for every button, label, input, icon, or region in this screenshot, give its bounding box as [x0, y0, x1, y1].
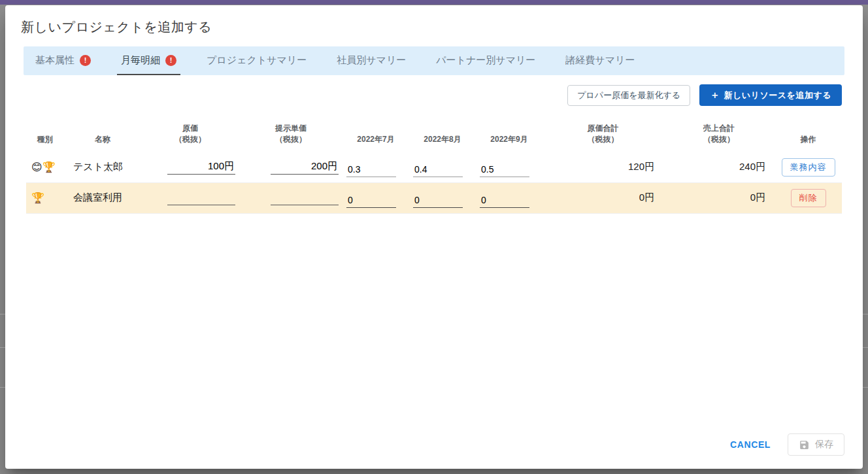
add-project-modal: 新しいプロジェクトを追加する 基本属性 ! 月毎明細 ! プロジェクトサマリー … [5, 5, 863, 469]
save-button[interactable]: 保存 [788, 433, 844, 456]
modal-footer: CANCEL 保存 [5, 423, 863, 469]
refresh-proper-cost-button[interactable]: プロパー原価を最新化する [567, 85, 690, 106]
cost-total-value: 0円 [542, 182, 663, 213]
month-2022-09-input[interactable] [480, 194, 529, 208]
cost-total-value: 120円 [542, 152, 663, 183]
save-floppy-icon [799, 439, 810, 450]
col-header-sales-total: 売上合計（税抜） [663, 119, 775, 152]
tab-project-summary[interactable]: プロジェクトサマリー [203, 46, 310, 75]
tab-basic-attributes[interactable]: 基本属性 ! [31, 46, 95, 75]
month-2022-07-cell [342, 182, 409, 213]
tab-partner-summary[interactable]: パートナー別サマリー [432, 46, 539, 75]
sales-total-value: 0円 [663, 182, 775, 213]
monthly-detail-table: 種別 名称 原価（税抜） 提示単価（税抜） 2022年7月 2022年8月 20… [26, 119, 842, 214]
col-header-type: 種別 [26, 119, 64, 152]
col-header-2022-09: 2022年9月 [476, 119, 542, 152]
tab-label: 社員別サマリー [337, 54, 406, 67]
save-label: 保存 [815, 439, 833, 450]
month-2022-07-cell [342, 152, 409, 183]
unit-price-input[interactable] [271, 190, 339, 205]
resource-type-icon: 😊🏆 [26, 152, 64, 183]
modal-title: 新しいプロジェクトを追加する [5, 5, 863, 46]
unit-price-cell [239, 182, 342, 213]
add-resource-button[interactable]: ＋ 新しいリソースを追加する [699, 84, 842, 106]
tab-label: 諸経費サマリー [565, 54, 635, 67]
app-header-bar [0, 0, 868, 5]
tab-label: プロジェクトサマリー [207, 54, 307, 67]
cost-cell [141, 182, 239, 213]
tab-label: パートナー別サマリー [436, 54, 535, 67]
add-resource-label: 新しいリソースを追加する [724, 90, 831, 101]
action-cell: 削除 [775, 182, 842, 213]
plus-icon: ＋ [710, 89, 720, 101]
unit-price-input[interactable] [271, 160, 339, 175]
tab-employee-summary[interactable]: 社員別サマリー [333, 46, 410, 75]
col-header-2022-07: 2022年7月 [342, 119, 409, 152]
col-header-name: 名称 [64, 119, 141, 152]
col-header-2022-08: 2022年8月 [409, 119, 476, 152]
col-header-actions: 操作 [775, 119, 842, 152]
tab-expenses-summary[interactable]: 諸経費サマリー [561, 46, 639, 75]
tab-label: 基本属性 [35, 54, 75, 67]
error-badge-icon: ! [80, 55, 91, 66]
col-header-cost: 原価（税抜） [141, 119, 239, 152]
month-2022-09-cell [476, 152, 542, 183]
cost-input[interactable] [167, 160, 235, 175]
error-badge-icon: ! [165, 55, 176, 66]
month-2022-08-input[interactable] [413, 163, 463, 177]
month-2022-08-input[interactable] [413, 194, 463, 208]
col-header-unit-price: 提示単価（税抜） [239, 119, 342, 152]
sales-total-value: 240円 [663, 152, 775, 183]
month-2022-08-cell [409, 152, 476, 183]
table-row-resource: 😊🏆 テスト太郎 120円 240円 [26, 152, 842, 183]
toolbar: プロパー原価を最新化する ＋ 新しいリソースを追加する [26, 84, 842, 106]
col-header-cost-total: 原価合計（税抜） [542, 119, 663, 152]
tab-monthly-detail[interactable]: 月毎明細 ! [117, 46, 180, 75]
month-2022-07-input[interactable] [346, 194, 396, 208]
month-2022-09-cell [476, 182, 542, 213]
delete-button[interactable]: 削除 [791, 189, 826, 207]
tab-bar: 基本属性 ! 月毎明細 ! プロジェクトサマリー 社員別サマリー パートナー別サ… [24, 46, 844, 75]
table-header-row: 種別 名称 原価（税抜） 提示単価（税抜） 2022年7月 2022年8月 20… [26, 119, 842, 152]
resource-name: 会議室利用 [64, 182, 141, 213]
month-2022-07-input[interactable] [346, 163, 396, 177]
cancel-button[interactable]: CANCEL [730, 439, 771, 450]
work-description-button[interactable]: 業務内容 [782, 158, 835, 177]
tab-label: 月毎明細 [121, 54, 160, 67]
action-cell: 業務内容 [775, 152, 842, 183]
resource-name: テスト太郎 [64, 152, 141, 183]
cost-cell [141, 152, 239, 183]
resource-type-icon: 🏆 [26, 182, 64, 213]
table-row-resource: 🏆 会議室利用 0円 0円 [26, 182, 842, 213]
month-2022-09-input[interactable] [480, 163, 529, 177]
month-2022-08-cell [409, 182, 476, 213]
unit-price-cell [239, 152, 342, 183]
cost-input[interactable] [167, 190, 235, 205]
